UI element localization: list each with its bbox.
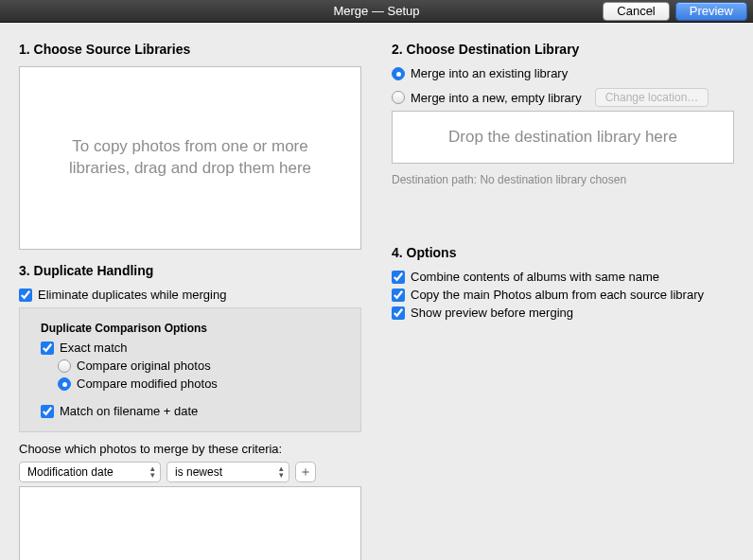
show-preview-checkbox[interactable] <box>392 306 405 320</box>
criteria-field-value: Modification date <box>27 465 114 479</box>
merge-existing-row: Merge into an existing library <box>392 66 734 80</box>
section4-header: 4. Options <box>392 245 734 260</box>
cancel-button[interactable]: Cancel <box>603 2 669 21</box>
eliminate-label: Eliminate duplicates while merging <box>38 288 226 302</box>
merge-setup-window: { "titlebar": { "title": "Merge — Setup"… <box>0 0 753 560</box>
dest-dropzone[interactable]: Drop the destination library here <box>392 111 734 164</box>
combine-checkbox[interactable] <box>392 271 405 284</box>
source-dropzone-text: To copy photos from one or more librarie… <box>48 136 332 180</box>
updown-icon: ▴▾ <box>279 465 284 479</box>
combine-label: Combine contents of albums with same nam… <box>411 270 659 284</box>
change-location-button: Change location… <box>595 88 709 107</box>
eliminate-row: Eliminate duplicates while merging <box>19 288 361 302</box>
right-column: 2. Choose Destination Library Merge into… <box>392 38 734 560</box>
window-title: Merge — Setup <box>333 4 419 18</box>
show-preview-label: Show preview before merging <box>411 306 573 320</box>
add-criteria-button[interactable]: ＋ <box>295 462 316 482</box>
match-filename-checkbox[interactable] <box>41 405 54 418</box>
preview-button[interactable]: Preview <box>675 2 747 21</box>
show-preview-row: Show preview before merging <box>392 306 734 320</box>
copy-main-checkbox[interactable] <box>392 289 405 302</box>
compare-original-radio[interactable] <box>58 359 71 373</box>
criteria-list[interactable] <box>19 486 361 560</box>
duplicate-comparison-box: Duplicate Comparison Options Exact match… <box>19 307 361 432</box>
section2-header: 2. Choose Destination Library <box>392 42 734 57</box>
criteria-op-select[interactable]: is newest ▴▾ <box>166 462 289 482</box>
exact-match-checkbox[interactable] <box>41 341 54 355</box>
compare-modified-label: Compare modified photos <box>77 376 218 391</box>
titlebar: Merge — Setup Cancel Preview <box>0 0 753 23</box>
compare-modified-row: Compare modified photos <box>58 376 351 391</box>
plus-icon: ＋ <box>299 464 312 481</box>
dest-dropzone-text: Drop the destination library here <box>448 127 677 149</box>
eliminate-checkbox[interactable] <box>19 289 32 302</box>
content: 1. Choose Source Libraries To copy photo… <box>0 23 753 560</box>
match-filename-label: Match on filename + date <box>60 404 198 418</box>
merge-new-row: Merge into a new, empty library Change l… <box>392 88 734 107</box>
dup-compare-header: Duplicate Comparison Options <box>41 322 351 335</box>
merge-new-radio[interactable] <box>392 91 405 104</box>
criteria-op-value: is newest <box>175 465 222 479</box>
updown-icon: ▴▾ <box>150 465 155 479</box>
compare-original-row: Compare original photos <box>58 359 351 373</box>
dest-path-hint: Destination path: No destination library… <box>392 173 734 186</box>
compare-original-label: Compare original photos <box>77 359 211 373</box>
criteria-row: Modification date ▴▾ is newest ▴▾ ＋ <box>19 462 361 482</box>
section3-header: 3. Duplicate Handling <box>19 263 361 278</box>
match-filename-row: Match on filename + date <box>41 404 351 418</box>
merge-existing-label: Merge into an existing library <box>411 66 568 80</box>
section1-header: 1. Choose Source Libraries <box>19 42 361 57</box>
exact-match-label: Exact match <box>60 341 128 355</box>
source-dropzone[interactable]: To copy photos from one or more librarie… <box>19 66 361 250</box>
copy-main-row: Copy the main Photos album from each sou… <box>392 288 734 302</box>
criteria-label: Choose which photos to merge by these cr… <box>19 442 361 456</box>
compare-modified-radio[interactable] <box>58 377 71 391</box>
criteria-field-select[interactable]: Modification date ▴▾ <box>19 462 161 482</box>
exact-match-row: Exact match <box>41 341 351 355</box>
merge-new-label: Merge into a new, empty library <box>411 91 582 105</box>
combine-row: Combine contents of albums with same nam… <box>392 270 734 284</box>
left-column: 1. Choose Source Libraries To copy photo… <box>19 38 361 560</box>
copy-main-label: Copy the main Photos album from each sou… <box>411 288 704 302</box>
titlebar-buttons: Cancel Preview <box>603 2 747 21</box>
merge-existing-radio[interactable] <box>392 67 405 80</box>
